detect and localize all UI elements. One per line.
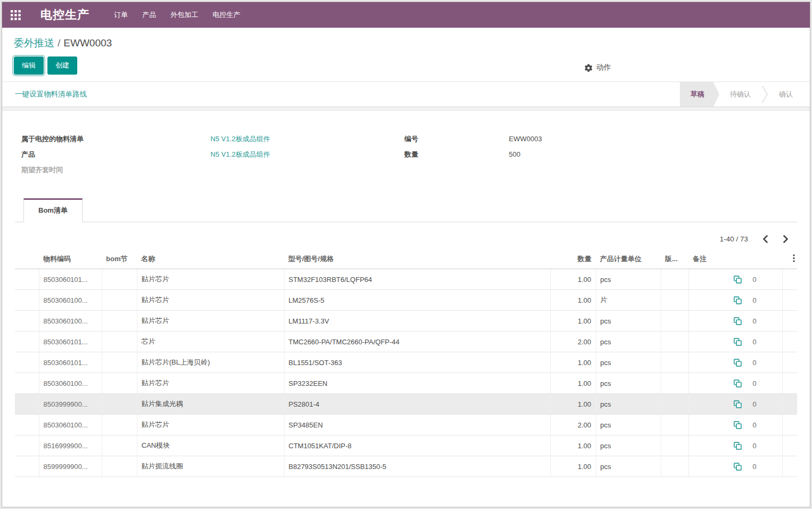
cell-version[interactable] bbox=[661, 415, 688, 435]
cell-uom[interactable]: pcs bbox=[596, 415, 661, 435]
header-spec[interactable]: 型号/图号/规格 bbox=[284, 249, 550, 269]
header-name[interactable]: 名称 bbox=[137, 249, 284, 269]
table-row[interactable]: 8516999900... CAN模块 CTM1051KAT/DIP-8 1.0… bbox=[15, 435, 797, 456]
table-row[interactable]: 8503060100... 贴片芯片 SP3232EEN 1.00 pcs 0 bbox=[15, 373, 797, 394]
copy-icon[interactable] bbox=[734, 359, 742, 367]
cell-uom[interactable]: 片 bbox=[596, 290, 661, 311]
cell-spec[interactable]: PS2801-4 bbox=[284, 394, 550, 415]
app-title[interactable]: 电控生产 bbox=[40, 7, 90, 23]
cell-material-code[interactable]: 8599999900... bbox=[39, 456, 102, 477]
cell-uom[interactable]: pcs bbox=[596, 332, 661, 352]
cell-bom-node[interactable] bbox=[102, 415, 137, 435]
pager-next-button[interactable] bbox=[783, 235, 789, 243]
cell-bom-node[interactable] bbox=[102, 311, 137, 332]
cell-version[interactable] bbox=[661, 373, 688, 394]
cell-bom-node[interactable] bbox=[102, 352, 137, 373]
cell-version[interactable] bbox=[661, 290, 688, 311]
cell-version[interactable] bbox=[661, 435, 688, 456]
pager-previous-button[interactable] bbox=[762, 235, 768, 243]
cell-qty[interactable]: 1.00 bbox=[550, 373, 596, 394]
nav-menu-item[interactable]: 产品 bbox=[142, 10, 156, 20]
cell-name[interactable]: 贴片芯片 bbox=[137, 415, 284, 435]
header-uom[interactable]: 产品计量单位 bbox=[596, 249, 661, 269]
cell-material-code[interactable]: 8503060101... bbox=[39, 352, 102, 373]
cell-material-code[interactable]: 8503060100... bbox=[39, 373, 102, 394]
cell-version[interactable] bbox=[661, 456, 688, 477]
table-row[interactable]: 8599999900... 贴片扼流线圈 B82793S0513N201/SSB… bbox=[15, 456, 797, 477]
cell-uom[interactable]: pcs bbox=[596, 373, 661, 394]
status-step[interactable]: 草稿 bbox=[680, 82, 719, 107]
status-step[interactable]: 确认 bbox=[768, 82, 803, 107]
header-material-code[interactable]: 物料编码 bbox=[39, 249, 102, 269]
field-value-link[interactable]: N5 V1.2板成品组件 bbox=[210, 150, 270, 159]
cell-material-code[interactable]: 8516999900... bbox=[39, 435, 102, 456]
table-row[interactable]: 8503060101... 芯片 TMC2660-PA/TMC2660-PA/Q… bbox=[15, 332, 797, 352]
cell-qty[interactable]: 1.00 bbox=[550, 352, 596, 373]
cell-version[interactable] bbox=[661, 352, 688, 373]
cell-spec[interactable]: STM32F103RBT6/LQFP64 bbox=[284, 269, 550, 290]
table-row[interactable]: 8503060101... 贴片芯片(BL上海贝岭) BL1551/SOT-36… bbox=[15, 352, 797, 373]
cell-uom[interactable]: pcs bbox=[596, 394, 661, 415]
table-row[interactable]: 8503999900... 贴片集成光耦 PS2801-4 1.00 pcs 0 bbox=[15, 394, 797, 415]
cell-name[interactable]: CAN模块 bbox=[137, 435, 284, 456]
cell-uom[interactable]: pcs bbox=[596, 311, 661, 332]
cell-uom[interactable]: pcs bbox=[596, 456, 661, 477]
tab-bom-list[interactable]: Bom清单 bbox=[23, 198, 83, 222]
copy-icon[interactable] bbox=[734, 442, 742, 450]
cell-bom-node[interactable] bbox=[102, 435, 137, 456]
cell-uom[interactable]: pcs bbox=[596, 269, 661, 290]
cell-version[interactable] bbox=[661, 394, 688, 415]
table-row[interactable]: 8503060101... 贴片芯片 STM32F103RBT6/LQFP64 … bbox=[15, 269, 797, 290]
cell-bom-node[interactable] bbox=[102, 332, 137, 352]
cell-material-code[interactable]: 8503060100... bbox=[39, 290, 102, 311]
cell-bom-node[interactable] bbox=[102, 269, 137, 290]
copy-icon[interactable] bbox=[734, 317, 742, 325]
cell-qty[interactable]: 1.00 bbox=[550, 456, 596, 477]
cell-material-code[interactable]: 8503999900... bbox=[39, 394, 102, 415]
cell-qty[interactable]: 2.00 bbox=[550, 415, 596, 435]
cell-spec[interactable]: SP3485EN bbox=[284, 415, 550, 435]
cell-name[interactable]: 贴片芯片 bbox=[137, 269, 284, 290]
cell-name[interactable]: 贴片芯片(BL上海贝岭) bbox=[137, 352, 284, 373]
action-menu-button[interactable]: 动作 bbox=[584, 63, 611, 72]
cell-spec[interactable]: LM1117-3.3V bbox=[284, 311, 550, 332]
cell-bom-node[interactable] bbox=[102, 456, 137, 477]
header-version[interactable]: 版... bbox=[661, 249, 688, 269]
breadcrumb-parent[interactable]: 委外推送 bbox=[14, 37, 54, 49]
copy-icon[interactable] bbox=[734, 296, 742, 304]
create-button[interactable]: 创建 bbox=[47, 56, 77, 75]
cell-uom[interactable]: pcs bbox=[596, 352, 661, 373]
cell-material-code[interactable]: 8503060101... bbox=[39, 269, 102, 290]
cell-spec[interactable]: SP3232EEN bbox=[284, 373, 550, 394]
optional-columns-button[interactable] bbox=[782, 249, 797, 269]
cell-name[interactable]: 芯片 bbox=[137, 332, 284, 352]
cell-qty[interactable]: 1.00 bbox=[550, 311, 596, 332]
copy-icon[interactable] bbox=[734, 338, 742, 346]
cell-uom[interactable]: pcs bbox=[596, 435, 661, 456]
nav-menu-item[interactable]: 订单 bbox=[114, 10, 128, 20]
cell-spec[interactable]: TMC2660-PA/TMC2660-PA/QFP-44 bbox=[284, 332, 550, 352]
edit-button[interactable]: 编辑 bbox=[14, 56, 44, 75]
header-bom-node[interactable]: bom节 bbox=[102, 249, 137, 269]
table-row[interactable]: 8503060100... 贴片芯片 LM1117-3.3V 1.00 pcs … bbox=[15, 311, 797, 332]
cell-name[interactable]: 贴片芯片 bbox=[137, 311, 284, 332]
cell-bom-node[interactable] bbox=[102, 373, 137, 394]
cell-spec[interactable]: B82793S0513N201/SSB1350-5 bbox=[284, 456, 550, 477]
header-qty[interactable]: 数量 bbox=[550, 249, 596, 269]
cell-qty[interactable]: 1.00 bbox=[550, 435, 596, 456]
field-value-link[interactable]: N5 V1.2板成品组件 bbox=[210, 134, 270, 143]
nav-menu-item[interactable]: 外包加工 bbox=[170, 10, 198, 20]
cell-qty[interactable]: 1.00 bbox=[550, 394, 596, 415]
table-row[interactable]: 8503060100... 贴片芯片 LM2576S-5 1.00 片 0 bbox=[15, 290, 797, 311]
cell-qty[interactable]: 2.00 bbox=[550, 332, 596, 352]
copy-icon[interactable] bbox=[734, 276, 742, 284]
cell-name[interactable]: 贴片芯片 bbox=[137, 373, 284, 394]
cell-qty[interactable]: 1.00 bbox=[550, 290, 596, 311]
apps-grid-icon[interactable] bbox=[11, 10, 21, 20]
cell-material-code[interactable]: 8503060101... bbox=[39, 332, 102, 352]
cell-bom-node[interactable] bbox=[102, 394, 137, 415]
header-note[interactable]: 备注 bbox=[688, 249, 782, 269]
nav-menu-item[interactable]: 电控生产 bbox=[213, 10, 240, 20]
status-step[interactable]: 待确认 bbox=[719, 82, 761, 107]
cell-version[interactable] bbox=[661, 332, 688, 352]
